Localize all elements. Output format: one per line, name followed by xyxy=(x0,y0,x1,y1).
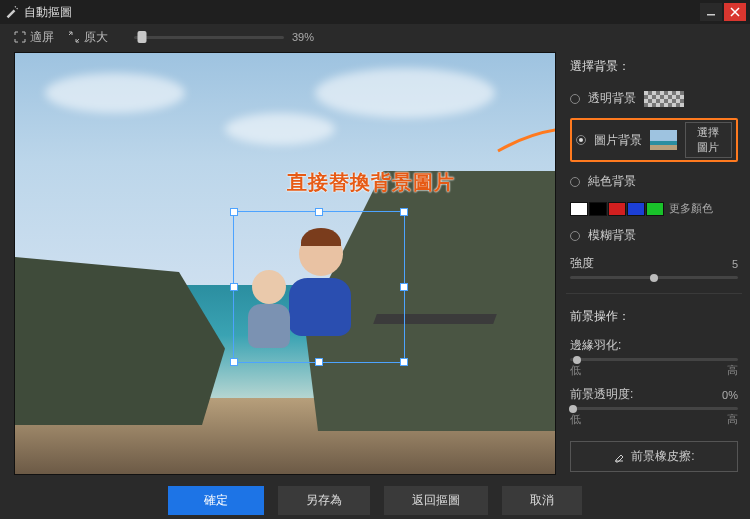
color-swatch[interactable] xyxy=(646,202,664,216)
bg-thumb-icon xyxy=(650,130,677,150)
svg-rect-0 xyxy=(707,14,715,16)
intensity-value: 5 xyxy=(732,258,738,270)
feather-low-label: 低 xyxy=(570,363,581,378)
eraser-label: 前景橡皮擦: xyxy=(631,448,694,465)
bg-option-transparent[interactable]: 透明背景 xyxy=(570,87,738,110)
orig-size-icon xyxy=(68,31,80,43)
divider xyxy=(566,293,742,294)
opacity-high-label: 高 xyxy=(727,412,738,427)
magic-wand-icon xyxy=(4,5,18,19)
toolbar: 適屏 原大 39% xyxy=(0,24,750,50)
back-button[interactable]: 返回摳圖 xyxy=(384,486,488,515)
eraser-icon xyxy=(613,451,625,463)
minimize-button[interactable] xyxy=(700,3,722,21)
transparency-checker-icon xyxy=(644,91,684,107)
resize-handle[interactable] xyxy=(230,283,238,291)
resize-handle[interactable] xyxy=(400,358,408,366)
main-area: 直接替換背景圖片 選擇背景： 透明背景 圖片背景 選擇圖片 xyxy=(0,50,750,481)
bg-option-image[interactable]: 圖片背景 選擇圖片 xyxy=(570,118,738,162)
choose-image-button[interactable]: 選擇圖片 xyxy=(685,122,732,158)
color-swatch[interactable] xyxy=(570,202,588,216)
annotation-text: 直接替換背景圖片 xyxy=(287,169,455,196)
more-colors-button[interactable]: 更多顏色 xyxy=(669,201,713,216)
radio-icon xyxy=(570,231,580,241)
opacity-value: 0% xyxy=(722,389,738,401)
fit-icon xyxy=(14,31,26,43)
color-swatches: 更多顏色 xyxy=(570,201,738,216)
zoom-thumb[interactable] xyxy=(138,31,147,43)
bg-section-title: 選擇背景： xyxy=(570,58,738,75)
orig-label: 原大 xyxy=(84,29,108,46)
bg-blur-label: 模糊背景 xyxy=(588,227,636,244)
canvas[interactable]: 直接替換背景圖片 xyxy=(14,52,556,475)
resize-handle[interactable] xyxy=(315,208,323,216)
bg-option-solid[interactable]: 純色背景 xyxy=(570,170,738,193)
resize-handle[interactable] xyxy=(400,283,408,291)
resize-handle[interactable] xyxy=(230,208,238,216)
feather-high-label: 高 xyxy=(727,363,738,378)
bg-solid-label: 純色背景 xyxy=(588,173,636,190)
annotation-arrow-icon xyxy=(493,121,556,161)
opacity-slider[interactable] xyxy=(570,407,738,410)
original-size-button[interactable]: 原大 xyxy=(68,29,108,46)
ok-button[interactable]: 確定 xyxy=(168,486,264,515)
window-title: 自動摳圖 xyxy=(24,4,72,21)
bg-image-label: 圖片背景 xyxy=(594,132,642,149)
radio-icon xyxy=(576,135,586,145)
bg-transparent-label: 透明背景 xyxy=(588,90,636,107)
radio-icon xyxy=(570,177,580,187)
opacity-label: 前景透明度: xyxy=(570,386,633,403)
resize-handle[interactable] xyxy=(315,358,323,366)
canvas-wrap: 直接替換背景圖片 xyxy=(0,50,566,481)
color-swatch[interactable] xyxy=(627,202,645,216)
sidebar: 選擇背景： 透明背景 圖片背景 選擇圖片 純色背景 更多顏色 xyxy=(566,50,750,481)
feather-label: 邊緣羽化: xyxy=(570,337,738,354)
save-as-button[interactable]: 另存為 xyxy=(278,486,370,515)
color-swatch[interactable] xyxy=(608,202,626,216)
zoom-track[interactable] xyxy=(134,36,284,39)
fit-screen-button[interactable]: 適屏 xyxy=(14,29,54,46)
opacity-low-label: 低 xyxy=(570,412,581,427)
close-button[interactable] xyxy=(724,3,746,21)
radio-icon xyxy=(570,94,580,104)
zoom-slider[interactable]: 39% xyxy=(134,31,314,43)
intensity-label: 強度 xyxy=(570,255,594,272)
resize-handle[interactable] xyxy=(400,208,408,216)
feather-slider[interactable] xyxy=(570,358,738,361)
footer: 確定 另存為 返回摳圖 取消 xyxy=(0,481,750,519)
foreground-selection-box[interactable] xyxy=(233,211,405,363)
color-swatch[interactable] xyxy=(589,202,607,216)
foreground-eraser-button[interactable]: 前景橡皮擦: xyxy=(570,441,738,472)
cancel-button[interactable]: 取消 xyxy=(502,486,582,515)
foreground-content[interactable] xyxy=(246,224,392,350)
resize-handle[interactable] xyxy=(230,358,238,366)
app-window: 自動摳圖 適屏 原大 39% xyxy=(0,0,750,519)
titlebar: 自動摳圖 xyxy=(0,0,750,24)
intensity-slider[interactable] xyxy=(570,276,738,279)
zoom-value: 39% xyxy=(292,31,314,43)
fg-section-title: 前景操作： xyxy=(570,308,738,325)
bg-option-blur[interactable]: 模糊背景 xyxy=(570,224,738,247)
fit-label: 適屏 xyxy=(30,29,54,46)
